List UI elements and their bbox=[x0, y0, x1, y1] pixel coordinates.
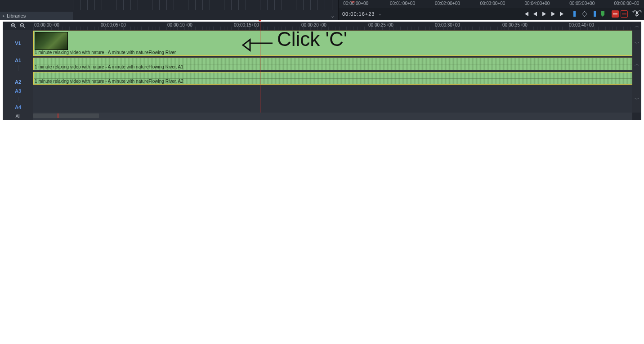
source-panel: ▸ Libraries ⌄ bbox=[0, 0, 339, 20]
timeline-tick: 00:00:25+00 bbox=[368, 23, 394, 27]
chevron-right-icon: ▸ bbox=[3, 14, 5, 18]
track-lane-v1[interactable]: 1 minute relaxing video with nature - A … bbox=[33, 30, 632, 57]
source-ruler[interactable] bbox=[73, 0, 338, 10]
track-a2: A2 1 minute relaxing video with nature -… bbox=[3, 71, 641, 86]
track-head-a3a4[interactable]: A3 A4 bbox=[3, 86, 33, 113]
timeline-panel: 00:00:00+0000:00:05+0000:00:10+0000:00:1… bbox=[3, 22, 641, 120]
sequence-tick: 00:06:00+00 bbox=[614, 1, 639, 6]
track-a3a4-collapse[interactable]: ﹀ bbox=[632, 86, 641, 113]
timeline-tick: 00:00:10+00 bbox=[167, 23, 192, 27]
go-to-start-button[interactable] bbox=[523, 10, 530, 18]
transport-bar: 00:00:16+23 ⌄ ↶ ↷ bbox=[339, 8, 644, 20]
timeline-tick: 00:00:05+00 bbox=[101, 23, 126, 27]
audio-clip-a2[interactable]: 1 minute relaxing video with nature - A … bbox=[33, 72, 632, 85]
track-label-a4: A4 bbox=[15, 104, 21, 110]
timecode-dropdown[interactable]: ⌄ bbox=[378, 12, 382, 16]
timeline-tick: 00:00:40+00 bbox=[569, 23, 594, 27]
undo-redo-group: ↶ ↷ bbox=[632, 9, 642, 15]
mark-out-button[interactable] bbox=[590, 10, 597, 18]
lift-button[interactable] bbox=[612, 10, 619, 18]
track-head-v1[interactable]: V1 bbox=[3, 30, 33, 57]
scroll-playhead-indicator bbox=[58, 113, 58, 118]
track-a1: A1 1 minute relaxing video with nature -… bbox=[3, 57, 641, 71]
clip-label-v1: 1 minute relaxing video with nature - A … bbox=[35, 50, 176, 55]
zoom-out-button[interactable] bbox=[20, 23, 25, 28]
timeline-tick: 00:00:00+00 bbox=[34, 23, 59, 27]
zoom-controls bbox=[3, 22, 33, 30]
sequence-tick: 00:04:00+00 bbox=[525, 1, 550, 6]
sequence-tick: 00:03:00+00 bbox=[480, 1, 505, 6]
timeline-tick: 00:00:30+00 bbox=[435, 23, 460, 27]
timeline-playhead[interactable] bbox=[260, 22, 260, 113]
zoom-in-button[interactable] bbox=[11, 23, 16, 28]
timeline-tick: 00:00:15+00 bbox=[234, 23, 259, 27]
sequence-tick: 00:01:00+00 bbox=[390, 1, 415, 6]
undo-button[interactable]: ↶ bbox=[632, 9, 636, 15]
timeline-tick: 00:00:20+00 bbox=[301, 23, 326, 27]
clip-thumbnail bbox=[35, 32, 68, 50]
track-label-a3: A3 bbox=[15, 88, 21, 94]
step-back-button[interactable] bbox=[532, 10, 539, 18]
track-a3-a4: A3 A4 ﹀ bbox=[3, 86, 641, 113]
top-panels: ▸ Libraries ⌄ 00:00:00+0000:01:00+0000:0… bbox=[0, 0, 644, 20]
redo-button[interactable]: ↷ bbox=[638, 9, 642, 15]
add-marker-button[interactable] bbox=[599, 10, 606, 18]
sequence-tick: 00:02:00+00 bbox=[435, 1, 460, 6]
track-lane-a3a4[interactable] bbox=[33, 86, 632, 113]
timeline-ruler-row: 00:00:00+0000:00:05+0000:00:10+0000:00:1… bbox=[3, 22, 641, 30]
source-dropdown[interactable]: ⌄ bbox=[329, 13, 335, 19]
timeline-ruler[interactable]: 00:00:00+0000:00:05+0000:00:10+0000:00:1… bbox=[33, 22, 632, 30]
libraries-tab-label: Libraries bbox=[7, 13, 26, 18]
track-head-a1[interactable]: A1 bbox=[3, 57, 33, 71]
timeline-scrollbar[interactable] bbox=[33, 113, 632, 120]
video-clip-v1[interactable]: 1 minute relaxing video with nature - A … bbox=[33, 31, 632, 56]
sequence-tick: 00:00:00+00 bbox=[343, 1, 368, 6]
track-lane-a1[interactable]: 1 minute relaxing video with nature - A … bbox=[33, 57, 632, 71]
clip-label-a2: 1 minute relaxing video with nature - A … bbox=[35, 79, 183, 84]
extract-button[interactable] bbox=[621, 10, 628, 18]
scroll-thumb[interactable] bbox=[33, 113, 99, 118]
track-a1-collapse[interactable]: ︿ bbox=[632, 57, 641, 71]
track-lane-a2[interactable]: 1 minute relaxing video with nature - A … bbox=[33, 71, 632, 86]
current-timecode: 00:00:16+23 bbox=[342, 11, 375, 17]
track-v1: V1 1 minute relaxing video with nature -… bbox=[3, 30, 641, 57]
track-v1-collapse[interactable]: ﹀ bbox=[632, 30, 641, 57]
mark-in-button[interactable] bbox=[572, 10, 579, 18]
sequence-ruler[interactable]: 00:00:00+0000:01:00+0000:02:00+0000:03:0… bbox=[339, 0, 644, 8]
go-to-end-button[interactable] bbox=[559, 10, 566, 18]
sequence-tick: 00:05:00+00 bbox=[569, 1, 595, 6]
marker-button[interactable] bbox=[581, 10, 588, 18]
step-forward-button[interactable] bbox=[550, 10, 557, 18]
audio-clip-a1[interactable]: 1 minute relaxing video with nature - A … bbox=[33, 58, 632, 70]
timeline-scroll-row: All bbox=[3, 113, 641, 120]
ruler-collapse[interactable]: ︿ bbox=[632, 22, 641, 30]
libraries-tab[interactable]: ▸ Libraries bbox=[0, 12, 73, 20]
play-button[interactable] bbox=[541, 10, 548, 18]
timeline-tick: 00:00:35+00 bbox=[502, 23, 528, 27]
record-panel: 00:00:00+0000:01:00+0000:02:00+0000:03:0… bbox=[339, 0, 644, 20]
track-head-a2[interactable]: A2 bbox=[3, 71, 33, 86]
all-tracks-button[interactable]: All bbox=[3, 113, 33, 120]
clip-label-a1: 1 minute relaxing video with nature - A … bbox=[35, 64, 183, 69]
